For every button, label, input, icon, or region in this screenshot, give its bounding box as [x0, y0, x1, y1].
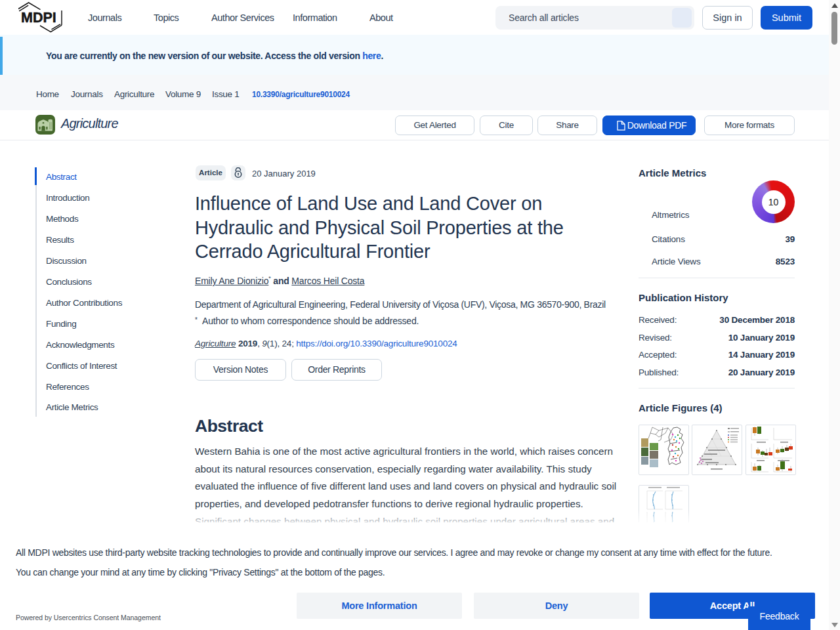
svg-text:MDPI: MDPI [21, 10, 56, 26]
